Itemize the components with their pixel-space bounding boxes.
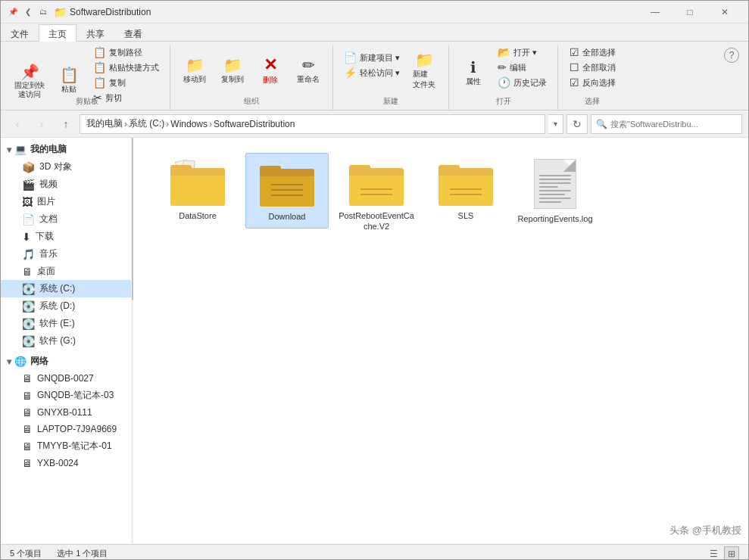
invert-button[interactable]: ☑ 反向选择 [565,75,620,90]
history-label: 历史记录 [513,77,547,89]
sidebar-item-pictures[interactable]: 🖼 图片 [1,193,133,210]
sidebar-item-gnqdb-notebook-03[interactable]: 🖥 GNQDB-笔记本-03 [1,387,133,404]
titlebar: 📌 ❮ 🗂 📁 SoftwareDistribution — □ ✕ [1,1,748,23]
postreboot-lines [360,188,392,195]
desktop-label: 桌面 [37,265,55,278]
sidebar-item-downloads[interactable]: ⬇ 下载 [1,228,133,245]
icon-view-button[interactable]: ⊞ [724,546,739,561]
view-controls: ☰ ⊞ [706,546,739,561]
new-folder-icon: 📁 [415,52,434,67]
properties-button[interactable]: ℹ 属性 [455,58,492,89]
edit-button[interactable]: ✏ 编辑 [493,60,551,75]
sidebar-item-music[interactable]: 🎵 音乐 [1,245,133,263]
sidebar-item-drive-c[interactable]: 💽 系统 (C:) [1,280,133,297]
new-label: 新建 [333,96,448,107]
paste-button[interactable]: 📋 粘贴 [51,65,87,97]
gnqdb-notebook-03-icon: 🖥 [22,390,33,402]
quick-access-icon: 📌 [7,6,19,18]
history-button[interactable]: 🕐 历史记录 [493,75,551,90]
file-item-download[interactable]: Download [245,153,329,229]
sidebar-item-network[interactable]: ▾ 🌐 网络 [1,353,133,370]
sidebar-item-drive-d[interactable]: 💽 系统 (D:) [1,297,133,315]
sls-folder-icon [438,159,493,206]
tmyyb-icon: 🖥 [22,440,33,453]
postreboot-name: PostRebootEventCache.V2 [338,210,415,232]
list-view-button[interactable]: ☰ [706,546,721,561]
tab-home[interactable]: 主页 [39,24,76,42]
desktop-icon: 🖥 [22,266,33,278]
tmyyb-label: TMYYB-笔记本-01 [37,440,112,453]
sidebar-item-3d-objects[interactable]: 📦 3D 对象 [1,158,133,176]
search-input[interactable] [610,120,737,129]
sls-line-1 [450,188,482,190]
paste-shortcut-icon: 📋 [93,61,106,73]
ribbon-group-clipboard: 📌 固定到快速访问 📋 粘贴 📋 复制路径 📋 粘贴快捷方式 [4,45,170,110]
sidebar-item-drive-e[interactable]: 💽 软件 (E:) [1,315,133,332]
help-button[interactable]: ? [724,48,739,63]
delete-label: 删除 [263,75,278,86]
pictures-icon: 🖼 [22,196,33,208]
tab-file[interactable]: 文件 [1,24,39,42]
postreboot-folder-icon [349,159,404,206]
sidebar-item-yxb-0024[interactable]: 🖥 YXB-0024 [1,455,133,471]
invert-label: 反向选择 [582,77,616,89]
address-dropdown[interactable]: ▾ [548,114,563,134]
file-item-reporting-events[interactable]: ReportingEvents.log [513,153,597,230]
sidebar-item-video[interactable]: 🎬 视频 [1,176,133,193]
paste-shortcut-button[interactable]: 📋 粘贴快捷方式 [89,60,164,75]
sidebar-item-tmyyb-notebook-01[interactable]: 🖥 TMYYB-笔记本-01 [1,437,133,455]
sidebar-item-desktop[interactable]: 🖥 桌面 [1,263,133,280]
invert-icon: ☑ [570,76,579,89]
sidebar: ▾ 💻 我的电脑 📦 3D 对象 🎬 视频 🖼 图片 📄 文档 ⬇ [1,138,133,544]
select-all-icon: ☑ [570,46,579,58]
open-button[interactable]: 📂 打开 ▾ [493,45,551,60]
new-item-col: 📄 新建项目 ▾ ⚡ 轻松访问 ▾ [339,50,404,92]
paste-icon: 📋 [60,67,79,82]
sidebar-scrollbar [131,138,133,544]
minimize-button[interactable]: — [638,1,673,23]
window-controls: — □ ✕ [638,1,742,23]
file-item-postreboot[interactable]: PostRebootEventCache.V2 [335,153,418,238]
select-none-button[interactable]: ☐ 全部取消 [565,60,620,75]
open-icon: 📂 [498,46,510,58]
move-to-button[interactable]: 📁 移动到 [176,55,213,87]
documents-label: 文档 [39,213,58,226]
sls-name: SLS [458,210,474,221]
new-folder-button[interactable]: 📁 新建文件夹 [406,50,442,92]
drive-c-icon: 💽 [22,283,35,295]
copy-button[interactable]: 📋 复制 [89,75,164,90]
select-all-button[interactable]: ☑ 全部选择 [565,45,620,60]
maximize-button[interactable]: □ [673,1,707,23]
sidebar-item-drive-g[interactable]: 💽 软件 (G:) [1,332,133,350]
sidebar-item-documents[interactable]: 📄 文档 [1,210,133,228]
file-line-1 [539,175,571,176]
file-item-datastore[interactable]: DataStore [156,153,239,227]
refresh-button[interactable]: ↻ [566,114,588,134]
sidebar-item-my-computer[interactable]: ▾ 💻 我的电脑 [1,141,133,158]
file-item-sls[interactable]: SLS [424,153,507,227]
tab-share[interactable]: 共享 [76,24,114,42]
delete-button[interactable]: ✕ 删除 [252,54,289,88]
gnqdb-0027-icon: 🖥 [22,372,33,384]
rename-button[interactable]: ✏ 重命名 [290,55,326,87]
postreboot-line-1 [360,188,392,190]
pin-button[interactable]: 📌 固定到快速访问 [10,62,49,101]
new-item-button[interactable]: 📄 新建项目 ▾ [339,50,404,65]
folder-tab [170,165,192,173]
copy-path-button[interactable]: 📋 复制路径 [89,45,164,60]
easy-access-button[interactable]: ⚡ 轻松访问 ▾ [339,65,404,80]
sidebar-item-gnqdb-0027[interactable]: 🖥 GNQDB-0027 [1,370,133,387]
new-item-label: 新建项目 ▾ [360,52,400,64]
edit-icon: ✏ [498,61,507,73]
laptop-label: LAPTOP-7J9A9669 [37,424,117,434]
sidebar-item-laptop-7j9a9669[interactable]: 🖥 LAPTOP-7J9A9669 [1,421,133,437]
file-area: DataStore Download [133,138,748,544]
sidebar-item-gnyxb-0111[interactable]: 🖥 GNYXB-0111 [1,404,133,421]
close-button[interactable]: ✕ [707,1,742,23]
tab-view[interactable]: 查看 [114,24,152,42]
copy-to-button[interactable]: 📁 复制到 [214,55,251,87]
history-icon: 🕐 [498,76,510,89]
drive-d-label: 系统 (D:) [39,300,75,313]
ribbon-group-open: ℹ 属性 📂 打开 ▾ ✏ 编辑 🕐 历史记录 [449,45,558,110]
copy-label: 复制 [109,77,126,89]
